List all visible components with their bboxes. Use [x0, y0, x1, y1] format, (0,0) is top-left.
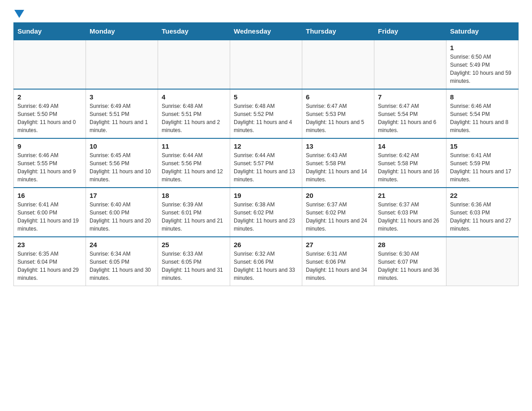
day-cell — [158, 40, 230, 89]
day-info: Sunrise: 6:45 AMSunset: 5:56 PMDaylight:… — [90, 151, 154, 184]
day-info: Sunrise: 6:44 AMSunset: 5:57 PMDaylight:… — [234, 151, 298, 184]
day-info: Sunrise: 6:38 AMSunset: 6:02 PMDaylight:… — [234, 201, 298, 233]
day-number: 24 — [90, 241, 154, 248]
day-info: Sunrise: 6:46 AMSunset: 5:54 PMDaylight:… — [450, 102, 515, 134]
day-cell: 3Sunrise: 6:49 AMSunset: 5:51 PMDaylight… — [86, 89, 158, 138]
weekday-header-saturday: Saturday — [446, 23, 519, 40]
day-info: Sunrise: 6:33 AMSunset: 6:05 PMDaylight:… — [162, 250, 226, 282]
day-cell — [230, 40, 302, 89]
day-info: Sunrise: 6:49 AMSunset: 5:51 PMDaylight:… — [90, 102, 154, 134]
day-number: 2 — [17, 93, 82, 101]
day-info: Sunrise: 6:41 AMSunset: 6:00 PMDaylight:… — [17, 201, 82, 233]
day-cell: 15Sunrise: 6:41 AMSunset: 5:59 PMDayligh… — [446, 138, 519, 188]
day-number: 4 — [162, 93, 226, 101]
day-cell: 28Sunrise: 6:30 AMSunset: 6:07 PMDayligh… — [374, 237, 446, 286]
day-info: Sunrise: 6:30 AMSunset: 6:07 PMDaylight:… — [378, 250, 442, 282]
day-cell: 17Sunrise: 6:40 AMSunset: 6:00 PMDayligh… — [86, 188, 158, 237]
day-cell: 16Sunrise: 6:41 AMSunset: 6:00 PMDayligh… — [14, 188, 86, 237]
day-number: 26 — [234, 241, 298, 248]
day-cell: 4Sunrise: 6:48 AMSunset: 5:51 PMDaylight… — [158, 89, 230, 138]
day-info: Sunrise: 6:47 AMSunset: 5:53 PMDaylight:… — [306, 102, 370, 134]
day-cell: 26Sunrise: 6:32 AMSunset: 6:06 PMDayligh… — [230, 237, 302, 286]
day-number: 25 — [162, 241, 226, 248]
day-info: Sunrise: 6:37 AMSunset: 6:02 PMDaylight:… — [306, 201, 370, 233]
weekday-header-friday: Friday — [374, 23, 446, 40]
day-cell — [302, 40, 374, 89]
day-cell: 2Sunrise: 6:49 AMSunset: 5:50 PMDaylight… — [14, 89, 86, 138]
week-row-1: 1Sunrise: 6:50 AMSunset: 5:49 PMDaylight… — [14, 40, 519, 89]
calendar-table: SundayMondayTuesdayWednesdayThursdayFrid… — [13, 22, 519, 286]
day-info: Sunrise: 6:42 AMSunset: 5:58 PMDaylight:… — [378, 151, 442, 184]
day-info: Sunrise: 6:43 AMSunset: 5:58 PMDaylight:… — [306, 151, 370, 184]
day-cell: 9Sunrise: 6:46 AMSunset: 5:55 PMDaylight… — [14, 138, 86, 188]
day-info: Sunrise: 6:44 AMSunset: 5:56 PMDaylight:… — [162, 151, 226, 184]
day-info: Sunrise: 6:37 AMSunset: 6:03 PMDaylight:… — [378, 201, 442, 233]
day-cell: 25Sunrise: 6:33 AMSunset: 6:05 PMDayligh… — [158, 237, 230, 286]
logo-triangle-icon — [14, 10, 24, 18]
day-info: Sunrise: 6:47 AMSunset: 5:54 PMDaylight:… — [378, 102, 442, 134]
day-cell: 21Sunrise: 6:37 AMSunset: 6:03 PMDayligh… — [374, 188, 446, 237]
weekday-header-row: SundayMondayTuesdayWednesdayThursdayFrid… — [14, 23, 519, 40]
day-info: Sunrise: 6:48 AMSunset: 5:52 PMDaylight:… — [234, 102, 298, 134]
day-number: 1 — [450, 44, 515, 51]
day-number: 18 — [162, 192, 226, 199]
weekday-header-tuesday: Tuesday — [158, 23, 230, 40]
weekday-header-sunday: Sunday — [14, 23, 86, 40]
day-number: 27 — [306, 241, 370, 248]
day-number: 21 — [378, 192, 442, 199]
day-info: Sunrise: 6:48 AMSunset: 5:51 PMDaylight:… — [162, 102, 226, 134]
day-number: 10 — [90, 142, 154, 150]
day-cell: 14Sunrise: 6:42 AMSunset: 5:58 PMDayligh… — [374, 138, 446, 188]
day-cell: 10Sunrise: 6:45 AMSunset: 5:56 PMDayligh… — [86, 138, 158, 188]
weekday-header-monday: Monday — [86, 23, 158, 40]
day-info: Sunrise: 6:39 AMSunset: 6:01 PMDaylight:… — [162, 201, 226, 233]
day-number: 9 — [17, 142, 82, 150]
day-cell — [446, 237, 519, 286]
day-cell: 12Sunrise: 6:44 AMSunset: 5:57 PMDayligh… — [230, 138, 302, 188]
day-info: Sunrise: 6:35 AMSunset: 6:04 PMDaylight:… — [17, 250, 82, 282]
day-number: 14 — [378, 142, 442, 150]
day-info: Sunrise: 6:46 AMSunset: 5:55 PMDaylight:… — [17, 151, 82, 184]
day-cell: 1Sunrise: 6:50 AMSunset: 5:49 PMDaylight… — [446, 40, 519, 89]
day-cell — [14, 40, 86, 89]
day-cell: 19Sunrise: 6:38 AMSunset: 6:02 PMDayligh… — [230, 188, 302, 237]
page-header — [13, 9, 519, 18]
logo — [13, 9, 24, 18]
day-number: 22 — [450, 192, 515, 199]
day-number: 19 — [234, 192, 298, 199]
weekday-header-thursday: Thursday — [302, 23, 374, 40]
day-cell: 23Sunrise: 6:35 AMSunset: 6:04 PMDayligh… — [14, 237, 86, 286]
day-info: Sunrise: 6:34 AMSunset: 6:05 PMDaylight:… — [90, 250, 154, 282]
day-cell: 27Sunrise: 6:31 AMSunset: 6:06 PMDayligh… — [302, 237, 374, 286]
day-cell — [86, 40, 158, 89]
day-info: Sunrise: 6:31 AMSunset: 6:06 PMDaylight:… — [306, 250, 370, 282]
day-info: Sunrise: 6:50 AMSunset: 5:49 PMDaylight:… — [450, 53, 515, 85]
day-cell: 13Sunrise: 6:43 AMSunset: 5:58 PMDayligh… — [302, 138, 374, 188]
day-number: 23 — [17, 241, 82, 248]
week-row-4: 16Sunrise: 6:41 AMSunset: 6:00 PMDayligh… — [14, 188, 519, 237]
day-info: Sunrise: 6:36 AMSunset: 6:03 PMDaylight:… — [450, 201, 515, 233]
day-number: 11 — [162, 142, 226, 150]
day-cell: 24Sunrise: 6:34 AMSunset: 6:05 PMDayligh… — [86, 237, 158, 286]
day-number: 8 — [450, 93, 515, 101]
week-row-5: 23Sunrise: 6:35 AMSunset: 6:04 PMDayligh… — [14, 237, 519, 286]
day-info: Sunrise: 6:49 AMSunset: 5:50 PMDaylight:… — [17, 102, 82, 134]
day-number: 16 — [17, 192, 82, 199]
week-row-2: 2Sunrise: 6:49 AMSunset: 5:50 PMDaylight… — [14, 89, 519, 138]
week-row-3: 9Sunrise: 6:46 AMSunset: 5:55 PMDaylight… — [14, 138, 519, 188]
day-number: 17 — [90, 192, 154, 199]
day-info: Sunrise: 6:41 AMSunset: 5:59 PMDaylight:… — [450, 151, 515, 184]
day-number: 28 — [378, 241, 442, 248]
day-number: 20 — [306, 192, 370, 199]
day-cell: 20Sunrise: 6:37 AMSunset: 6:02 PMDayligh… — [302, 188, 374, 237]
day-number: 15 — [450, 142, 515, 150]
day-cell: 6Sunrise: 6:47 AMSunset: 5:53 PMDaylight… — [302, 89, 374, 138]
day-cell: 11Sunrise: 6:44 AMSunset: 5:56 PMDayligh… — [158, 138, 230, 188]
day-info: Sunrise: 6:40 AMSunset: 6:00 PMDaylight:… — [90, 201, 154, 233]
day-number: 7 — [378, 93, 442, 101]
weekday-header-wednesday: Wednesday — [230, 23, 302, 40]
day-cell: 8Sunrise: 6:46 AMSunset: 5:54 PMDaylight… — [446, 89, 519, 138]
day-cell: 5Sunrise: 6:48 AMSunset: 5:52 PMDaylight… — [230, 89, 302, 138]
day-number: 6 — [306, 93, 370, 101]
day-number: 3 — [90, 93, 154, 101]
